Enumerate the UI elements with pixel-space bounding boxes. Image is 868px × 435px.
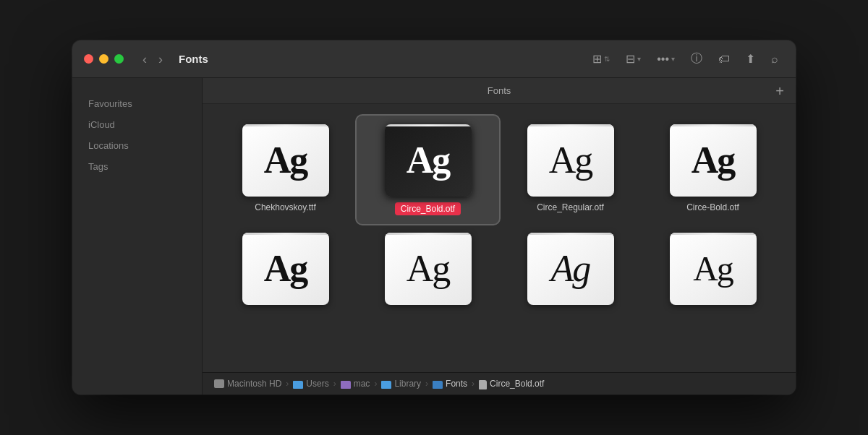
path-item-macintosh-hd[interactable]: Macintosh HD xyxy=(214,379,281,389)
chevron-down-icon: ▾ xyxy=(637,55,641,63)
file-item-circe-bold-2[interactable]: Ag Circe-Bold.otf xyxy=(642,116,784,224)
content-area: Fonts + Ag Chekhovskoy.ttf Ag Circe_Bold… xyxy=(203,78,796,395)
search-button[interactable]: ⌕ xyxy=(765,48,784,70)
back-button[interactable]: ‹ xyxy=(138,50,151,69)
path-separator-1: › xyxy=(286,379,289,389)
path-item-mac[interactable]: mac xyxy=(341,379,370,389)
toolbar-icons: ⊞ ⇅ ⊟ ▾ ••• ▾ ⓘ 🏷 ⬆ ⌕ xyxy=(587,47,784,71)
content-title: Fonts xyxy=(488,85,511,96)
file-item-8[interactable]: Ag xyxy=(642,224,784,319)
search-icon: ⌕ xyxy=(771,53,778,66)
font-icon-8: Ag xyxy=(670,233,757,305)
sidebar-item-label: Favourites xyxy=(88,98,132,109)
sidebar-item-favourites[interactable]: Favourites xyxy=(77,94,197,113)
file-item-6[interactable]: Ag xyxy=(357,224,499,319)
file-name-circe-regular: Circe_Regular.otf xyxy=(537,202,604,212)
sidebar-item-tags[interactable]: Tags xyxy=(77,157,197,176)
hd-icon xyxy=(214,379,224,388)
maximize-button[interactable] xyxy=(114,54,124,64)
file-item-7[interactable]: Ag xyxy=(499,224,642,319)
file-item-chekhovskoy[interactable]: Ag Chekhovskoy.ttf xyxy=(214,116,357,224)
font-icon-7: Ag xyxy=(527,233,614,305)
path-label-mac: mac xyxy=(354,379,370,389)
font-preview-ag-regular: Ag xyxy=(549,142,592,179)
sidebar-item-label: Locations xyxy=(88,140,129,151)
font-icon-circe-bold-selected: Ag xyxy=(385,124,472,197)
file-name-circe-bold-2: Circe-Bold.otf xyxy=(686,202,739,212)
forward-button[interactable]: › xyxy=(154,50,167,69)
font-icon-circe-bold-2: Ag xyxy=(670,124,757,197)
font-preview-ag-bold2: Ag xyxy=(692,142,735,179)
view-list-button[interactable]: ⊟ ▾ xyxy=(620,48,647,70)
path-item-circe-bold-file[interactable]: Circe_Bold.otf xyxy=(479,379,544,389)
path-label-fonts: Fonts xyxy=(446,379,467,389)
finder-window: ‹ › Fonts ⊞ ⇅ ⊟ ▾ ••• ▾ ⓘ 🏷 xyxy=(72,40,796,395)
info-icon: ⓘ xyxy=(691,51,702,66)
folder-icon-mac xyxy=(341,381,351,389)
grid-icon: ⊞ xyxy=(592,52,602,66)
share-button[interactable]: ⬆ xyxy=(740,48,761,70)
list-icon: ⊟ xyxy=(626,52,635,66)
share-icon: ⬆ xyxy=(746,52,755,66)
tag-icon: 🏷 xyxy=(718,53,730,66)
font-preview-ag-7: Ag xyxy=(551,250,590,288)
chevron-down-icon-2: ▾ xyxy=(671,55,675,63)
path-item-fonts[interactable]: Fonts xyxy=(433,379,467,389)
font-icon-chekhovskoy: Ag xyxy=(242,124,329,197)
font-icon-circe-regular: Ag xyxy=(527,124,614,197)
file-item-5[interactable]: Ag xyxy=(214,224,357,319)
sidebar-item-label: iCloud xyxy=(88,119,115,130)
file-name-chekhovskoy: Chekhovskoy.ttf xyxy=(255,202,315,212)
file-item-circe-regular[interactable]: Ag Circe_Regular.otf xyxy=(499,116,642,224)
sidebar-item-icloud[interactable]: iCloud xyxy=(77,115,197,134)
chevron-up-down-icon: ⇅ xyxy=(604,55,610,63)
path-label-circe-bold: Circe_Bold.otf xyxy=(490,379,544,389)
file-item-circe-bold-selected[interactable]: Ag Circe_Bold.otf xyxy=(357,116,499,224)
view-icons-button[interactable]: ⊞ ⇅ xyxy=(587,48,616,70)
path-separator-5: › xyxy=(472,379,475,389)
sidebar: Favourites iCloud Locations Tags xyxy=(72,78,203,395)
path-separator-3: › xyxy=(374,379,377,389)
window-title: Fonts xyxy=(179,53,208,65)
path-label-macintosh-hd: Macintosh HD xyxy=(227,379,281,389)
path-separator-4: › xyxy=(425,379,428,389)
traffic-lights xyxy=(84,54,124,64)
file-icon-circe-bold xyxy=(479,380,487,389)
path-label-users: Users xyxy=(306,379,328,389)
ellipsis-icon: ••• xyxy=(657,53,669,66)
path-item-library[interactable]: Library xyxy=(381,379,421,389)
path-separator-2: › xyxy=(333,379,336,389)
font-preview-ag-6: Ag xyxy=(407,250,450,288)
title-bar: ‹ › Fonts ⊞ ⇅ ⊟ ▾ ••• ▾ ⓘ 🏷 xyxy=(72,40,796,78)
sidebar-item-label: Tags xyxy=(88,161,108,172)
font-preview-ag-selected: Ag xyxy=(407,142,450,179)
font-icon-5: Ag xyxy=(242,233,329,305)
action-menu-button[interactable]: ••• ▾ xyxy=(651,48,681,70)
sidebar-item-locations[interactable]: Locations xyxy=(77,136,197,155)
main-layout: Favourites iCloud Locations Tags Fonts + xyxy=(72,78,796,395)
font-icon-6: Ag xyxy=(385,233,472,305)
info-button[interactable]: ⓘ xyxy=(685,47,708,71)
font-preview-ag: Ag xyxy=(264,142,307,179)
files-grid: Ag Chekhovskoy.ttf Ag Circe_Bold.otf Ag xyxy=(203,104,796,372)
add-folder-button[interactable]: + xyxy=(775,84,784,98)
content-header: Fonts + xyxy=(203,78,796,104)
font-preview-ag-5: Ag xyxy=(264,250,307,288)
file-name-circe-bold: Circe_Bold.otf xyxy=(395,202,461,215)
path-item-users[interactable]: Users xyxy=(293,379,328,389)
folder-icon-library xyxy=(381,381,391,389)
path-label-library: Library xyxy=(394,379,421,389)
nav-buttons: ‹ › xyxy=(138,50,167,69)
tag-button[interactable]: 🏷 xyxy=(712,48,736,70)
font-preview-ag-8: Ag xyxy=(693,251,733,286)
minimize-button[interactable] xyxy=(99,54,109,64)
path-bar: Macintosh HD › Users › mac › Library › xyxy=(203,372,796,395)
close-button[interactable] xyxy=(84,54,93,64)
folder-icon-users xyxy=(293,381,303,389)
folder-icon-fonts xyxy=(433,381,443,389)
